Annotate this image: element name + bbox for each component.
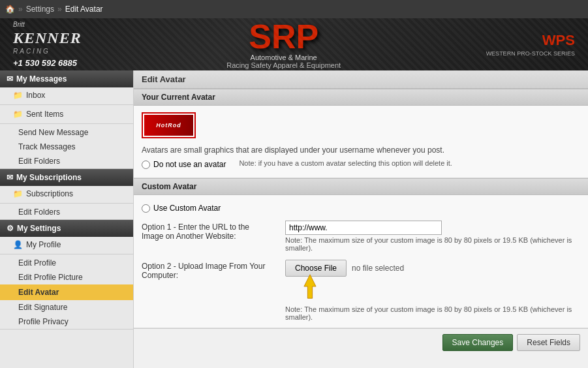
option1-row: Option 1 - Enter the URL to the Image on… <box>142 221 580 252</box>
sidebar-section-messages: ✉ My Messages 📁 Inbox 📁 Sent Items Send … <box>0 70 133 169</box>
url-input[interactable] <box>285 221 442 235</box>
wps-line1: WESTERN PRO-STOCK SERIES <box>486 50 575 57</box>
sent-icon: 📁 <box>13 110 23 119</box>
sidebar-item-my-profile[interactable]: 👤 My Profile <box>0 237 133 253</box>
content-header: Edit Avatar <box>134 70 588 89</box>
custom-avatar-content: Use Custom Avatar Option 1 - Enter the U… <box>134 195 588 328</box>
action-bar: Save Changes Reset Fields <box>134 328 588 356</box>
srp-line2: Racing Safety Apparel & Equipment <box>226 61 341 69</box>
sidebar-item-subscriptions[interactable]: 📁 Subscriptions <box>0 186 133 202</box>
sidebar-item-send-new[interactable]: Send New Message <box>0 125 133 140</box>
home-icon[interactable]: 🏠 <box>5 5 15 14</box>
file-upload-row: Choose File no file selected <box>285 260 580 277</box>
profile-icon: 👤 <box>13 240 23 249</box>
srp-line1: Automotive & Marine <box>226 54 341 61</box>
sub-folder-icon: 📁 <box>13 189 23 198</box>
messages-section-header: ✉ My Messages <box>0 70 133 87</box>
sidebar-item-edit-avatar[interactable]: Edit Avatar <box>0 284 133 300</box>
sidebar-section-subscriptions: ✉ My Subscriptions 📁 Subscriptions Edit … <box>0 169 133 220</box>
banner-logo-left: Britt KENNER RACING +1 530 592 6885 <box>13 21 82 68</box>
settings-section-header: ⚙ My Settings <box>0 220 133 237</box>
option2-label: Option 2 - Upload Image From Your Comput… <box>142 260 272 280</box>
inbox-icon: 📁 <box>13 91 23 100</box>
svg-marker-1 <box>304 275 316 298</box>
content-body: Your Current Avatar HotRod Avatars are s… <box>134 89 588 356</box>
option1-note: Note: The maximum size of your custom im… <box>285 236 572 252</box>
brand-line1: Britt <box>13 21 82 29</box>
no-avatar-label: Do not use an avatar <box>153 160 226 169</box>
sidebar-item-track[interactable]: Track Messages <box>0 140 133 154</box>
banner-right: WPS WESTERN PRO-STOCK SERIES <box>486 32 575 57</box>
avatar-preview: HotRod <box>142 112 196 138</box>
current-avatar-content: HotRod Avatars are small graphics that a… <box>134 106 588 178</box>
save-changes-button[interactable]: Save Changes <box>442 334 514 351</box>
current-page-label: Edit Avatar <box>65 5 103 14</box>
option1-label: Option 1 - Enter the URL to the Image on… <box>142 221 272 241</box>
current-avatar-section-label: Your Current Avatar <box>134 89 588 106</box>
banner: Britt KENNER RACING +1 530 592 6885 SRP … <box>0 18 588 70</box>
avatar-description: Avatars are small graphics that are disp… <box>142 146 580 155</box>
content-area: Edit Avatar Your Current Avatar HotRod A… <box>134 70 588 368</box>
reset-fields-button[interactable]: Reset Fields <box>517 334 580 351</box>
srp-logo: SRP <box>226 20 341 54</box>
brand-racing: RACING <box>13 48 82 55</box>
sidebar-item-inbox[interactable]: 📁 Inbox <box>0 87 133 103</box>
no-file-label: no file selected <box>352 264 404 273</box>
sidebar-item-sent[interactable]: 📁 Sent Items <box>0 106 133 122</box>
breadcrumb-separator: » <box>18 5 23 14</box>
banner-center: SRP Automotive & Marine Racing Safety Ap… <box>226 20 341 69</box>
option1-value-col: Note: The maximum size of your custom im… <box>285 221 580 252</box>
no-avatar-radio[interactable] <box>142 161 150 169</box>
settings-link[interactable]: Settings <box>26 5 54 14</box>
sidebar: ✉ My Messages 📁 Inbox 📁 Sent Items Send … <box>0 70 134 368</box>
option2-row: Option 2 - Upload Image From Your Comput… <box>142 260 580 321</box>
banner-phone: +1 530 592 6885 <box>13 58 82 69</box>
custom-avatar-section-label: Custom Avatar <box>134 178 588 195</box>
no-avatar-radio-row: Do not use an avatar <box>142 160 226 169</box>
arrow-container <box>285 277 580 303</box>
settings-icon: ⚙ <box>7 224 14 233</box>
sidebar-section-settings: ⚙ My Settings 👤 My Profile Edit Profile … <box>0 220 133 330</box>
breadcrumb-separator2: » <box>57 5 62 14</box>
sidebar-item-edit-profile[interactable]: Edit Profile <box>0 256 133 270</box>
subscriptions-icon: ✉ <box>7 173 13 182</box>
sidebar-item-sub-edit-folders[interactable]: Edit Folders <box>0 205 133 219</box>
use-custom-label: Use Custom Avatar <box>153 204 221 213</box>
avatar-note: Note: if you have a custom avatar select… <box>239 159 452 171</box>
subscriptions-section-header: ✉ My Subscriptions <box>0 169 133 186</box>
use-custom-radio[interactable] <box>142 204 150 213</box>
sidebar-item-edit-folders[interactable]: Edit Folders <box>0 154 133 168</box>
sidebar-item-edit-signature[interactable]: Edit Signature <box>0 300 133 314</box>
avatar-image: HotRod <box>144 115 193 136</box>
messages-icon: ✉ <box>7 74 13 84</box>
sidebar-item-edit-profile-picture[interactable]: Edit Profile Picture <box>0 270 133 284</box>
sidebar-item-profile-privacy[interactable]: Profile Privacy <box>0 314 133 329</box>
brand-name: KENNER <box>13 29 82 48</box>
arrow-icon <box>298 273 322 299</box>
option2-value-col: Choose File no file selected <box>285 260 580 321</box>
use-custom-radio-row: Use Custom Avatar <box>142 204 580 213</box>
breadcrumb: 🏠 » Settings » Edit Avatar <box>0 0 588 18</box>
wps-logo: WPS <box>486 32 575 49</box>
option2-note: Note: The maximum size of your custom im… <box>285 305 572 321</box>
